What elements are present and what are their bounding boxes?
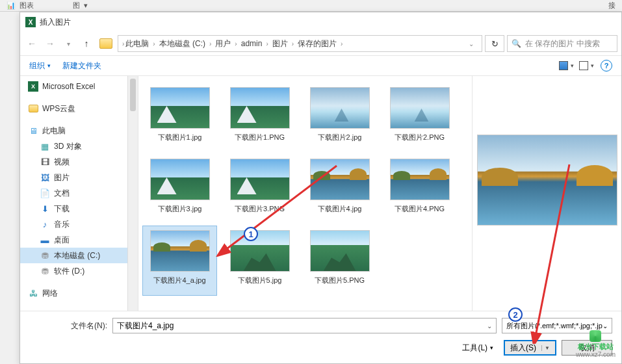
- file-item-4[interactable]: 下载图片3.jpg: [142, 154, 217, 224]
- file-area: 下载图片1.jpg 下载图片1.PNG 下载图片2.jpg 下载图片2.PNG …: [138, 76, 621, 311]
- sidebar-label: 软件 (D:): [54, 266, 84, 277]
- sidebar-item-6[interactable]: 📄文档: [20, 185, 138, 201]
- crumb-0[interactable]: 此电脑: [125, 38, 149, 49]
- search-input[interactable]: 🔍 在 保存的图片 中搜索: [507, 35, 617, 52]
- search-icon: 🔍: [512, 39, 521, 48]
- titlebar: X 插入图片: [20, 12, 621, 32]
- file-thumb: [150, 230, 210, 272]
- main-area: XMicrosoft ExcelWPS云盘🖥此电脑▦3D 对象🎞视频🖼图片📄文档…: [20, 76, 621, 311]
- file-thumb: [230, 159, 290, 200]
- file-thumb: [150, 159, 210, 200]
- file-item-6[interactable]: 下载图片4.jpg: [302, 154, 377, 224]
- file-name: 下载图片4.jpg: [318, 204, 362, 214]
- sidebar-item-7[interactable]: ⬇下载: [20, 201, 138, 216]
- view-mode-dropdown[interactable]: ▾: [559, 61, 574, 70]
- file-name: 下载图片2.PNG: [395, 133, 445, 142]
- file-name: 下载图片3.jpg: [158, 204, 202, 214]
- breadcrumb-bar[interactable]: › 此电脑› 本地磁盘 (C:)› 用户› admin› 图片› 保存的图片› …: [118, 35, 482, 52]
- crumb-2[interactable]: 用户: [215, 38, 231, 49]
- cancel-button[interactable]: 取消: [562, 340, 612, 356]
- new-folder-button[interactable]: 新建文件夹: [62, 60, 101, 72]
- file-item-8[interactable]: 下载图片4_a.jpg: [142, 226, 217, 296]
- file-name: 下载图片5.PNG: [315, 276, 365, 285]
- sidebar-label: 3D 对象: [54, 141, 82, 152]
- file-thumb: [310, 159, 370, 200]
- crumb-1[interactable]: 本地磁盘 (C:): [159, 38, 205, 49]
- file-thumb: [150, 87, 210, 129]
- search-placeholder: 在 保存的图片 中搜索: [525, 38, 600, 49]
- sidebar-label: 音乐: [54, 219, 70, 230]
- nav-sidebar: XMicrosoft ExcelWPS云盘🖥此电脑▦3D 对象🎞视频🖼图片📄文档…: [20, 76, 138, 311]
- file-item-1[interactable]: 下载图片1.PNG: [222, 83, 297, 153]
- file-name: 下载图片1.jpg: [158, 133, 202, 142]
- sidebar-item-9[interactable]: ▬桌面: [20, 232, 138, 248]
- chart-icon: 📊: [6, 1, 16, 10]
- filename-input[interactable]: 下载图片4_a.jpg ⌄: [112, 318, 497, 333]
- sidebar-item-1[interactable]: WPS云盘: [20, 101, 138, 116]
- up-button[interactable]: ↑: [79, 36, 94, 51]
- crumb-4[interactable]: 图片: [272, 38, 288, 49]
- insert-picture-dialog: X 插入图片 ← → ▾ ↑ › 此电脑› 本地磁盘 (C:)› 用户› adm…: [19, 12, 622, 364]
- organize-button[interactable]: 组织 ▾: [29, 60, 51, 72]
- toolbar-row: 组织 ▾ 新建文件夹 ▾ ▾ ?: [20, 55, 621, 76]
- filter-text: 所有图片(*.emf;*.wmf;*.jpg;*.jp: [506, 321, 603, 331]
- sidebar-item-2[interactable]: 🖥此电脑: [20, 123, 138, 138]
- sidebar-item-0[interactable]: XMicrosoft Excel: [20, 79, 138, 94]
- tools-dropdown[interactable]: 工具(L) ▾: [457, 340, 499, 356]
- sidebar-item-11[interactable]: ⛃软件 (D:): [20, 263, 138, 279]
- sidebar-label: 视频: [54, 157, 70, 168]
- crumb-5[interactable]: 保存的图片: [298, 38, 337, 49]
- preview-toggle[interactable]: ▾: [579, 61, 594, 70]
- sidebar-label: 此电脑: [42, 125, 66, 136]
- file-thumb: [390, 159, 450, 200]
- preview-image: [477, 135, 617, 226]
- ribbon-label-link: 接: [608, 1, 616, 10]
- forward-button[interactable]: →: [42, 36, 58, 51]
- crumb-3[interactable]: admin: [241, 39, 263, 48]
- file-item-0[interactable]: 下载图片1.jpg: [142, 83, 217, 153]
- sidebar-label: 下载: [54, 203, 70, 214]
- file-name: 下载图片1.PNG: [235, 133, 285, 142]
- breadcrumb-dropdown-icon[interactable]: ⌄: [465, 40, 478, 47]
- file-name: 下载图片2.jpg: [318, 133, 362, 142]
- file-item-7[interactable]: 下载图片4.PNG: [382, 154, 457, 224]
- excel-icon: X: [25, 17, 36, 27]
- sidebar-label: 桌面: [54, 235, 70, 246]
- sidebar-item-5[interactable]: 🖼图片: [20, 170, 138, 185]
- file-item-5[interactable]: 下载图片3.PNG: [222, 154, 297, 224]
- file-item-9[interactable]: 下载图片5.jpg: [222, 226, 297, 296]
- sidebar-item-4[interactable]: 🎞视频: [20, 154, 138, 170]
- sidebar-label: 本地磁盘 (C:): [54, 250, 100, 261]
- sidebar-label: WPS云盘: [42, 103, 75, 114]
- recent-dropdown[interactable]: ▾: [60, 36, 76, 51]
- filename-label: 文件名(N):: [29, 320, 107, 332]
- preview-pane: [472, 76, 621, 311]
- sidebar-item-3[interactable]: ▦3D 对象: [20, 138, 138, 154]
- sidebar-item-10[interactable]: ⛃本地磁盘 (C:): [20, 248, 138, 263]
- filetype-filter[interactable]: 所有图片(*.emf;*.wmf;*.jpg;*.jp ⌄: [502, 318, 612, 333]
- file-item-3[interactable]: 下载图片2.PNG: [382, 83, 457, 153]
- insert-button[interactable]: 插入(S)▼: [504, 340, 556, 356]
- insert-split-icon[interactable]: ▼: [541, 345, 550, 351]
- sidebar-item-8[interactable]: ♪音乐: [20, 216, 138, 232]
- file-grid[interactable]: 下载图片1.jpg 下载图片1.PNG 下载图片2.jpg 下载图片2.PNG …: [138, 76, 472, 311]
- sidebar-label: 网络: [42, 288, 58, 299]
- filename-value: 下载图片4_a.jpg: [117, 320, 174, 332]
- file-item-10[interactable]: 下载图片5.PNG: [302, 226, 377, 296]
- file-thumb: [230, 230, 290, 272]
- back-button[interactable]: ←: [24, 36, 40, 51]
- file-item-2[interactable]: 下载图片2.jpg: [302, 83, 377, 153]
- sidebar-item-12[interactable]: 🖧网络: [20, 285, 138, 301]
- bottom-panel: 文件名(N): 下载图片4_a.jpg ⌄ 所有图片(*.emf;*.wmf;*…: [20, 311, 621, 363]
- filename-dropdown-icon[interactable]: ⌄: [487, 322, 492, 330]
- ribbon-label-pic: 图: [73, 1, 80, 10]
- file-thumb: [310, 230, 370, 272]
- nav-row: ← → ▾ ↑ › 此电脑› 本地磁盘 (C:)› 用户› admin› 图片›…: [20, 32, 621, 55]
- background-ribbon: 📊图表 图 ▾ 接: [0, 0, 622, 12]
- sidebar-label: 文档: [54, 188, 70, 199]
- sidebar-scrollbar[interactable]: [127, 76, 138, 311]
- folder-icon: [99, 38, 112, 49]
- help-icon[interactable]: ?: [601, 60, 612, 72]
- refresh-button[interactable]: ↻: [485, 35, 504, 52]
- file-thumb: [230, 87, 290, 129]
